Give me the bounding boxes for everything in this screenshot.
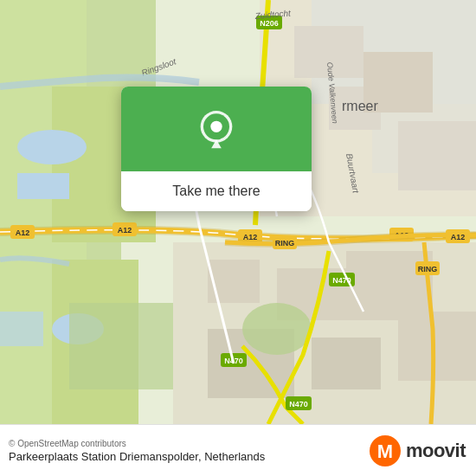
footer: © OpenStreetMap contributors Parkeerplaa… — [0, 424, 476, 476]
moovit-logo: M moovit — [370, 435, 466, 466]
svg-point-7 — [17, 130, 87, 164]
popup-header — [121, 87, 312, 171]
svg-text:RING: RING — [275, 239, 295, 248]
moovit-text: moovit — [406, 440, 466, 462]
svg-text:rmeer: rmeer — [342, 99, 378, 113]
svg-text:M: M — [377, 441, 393, 462]
map-container: A12 A12 A12 A12 RING A12 N206 N470 N470 … — [0, 0, 476, 424]
moovit-icon: M — [370, 435, 401, 466]
svg-rect-26 — [69, 303, 173, 389]
svg-text:N470: N470 — [289, 400, 308, 408]
location-name: Parkeerplaats Station Driemanspolder, Ne… — [9, 450, 265, 463]
osm-credit: © OpenStreetMap contributors — [9, 439, 265, 448]
svg-point-25 — [242, 303, 312, 355]
svg-rect-10 — [0, 312, 43, 346]
svg-rect-22 — [398, 312, 476, 381]
take-me-there-button[interactable]: Take me there — [121, 171, 312, 211]
footer-left: © OpenStreetMap contributors Parkeerplaa… — [9, 439, 265, 463]
svg-rect-24 — [312, 338, 381, 389]
svg-text:A12: A12 — [451, 233, 466, 241]
svg-text:A12: A12 — [118, 226, 132, 235]
svg-rect-17 — [398, 121, 476, 190]
location-pin-icon — [195, 111, 238, 154]
map-popup: Take me there — [121, 87, 312, 211]
svg-text:A12: A12 — [16, 228, 30, 237]
svg-text:N206: N206 — [260, 19, 279, 28]
svg-point-56 — [210, 121, 222, 132]
svg-rect-19 — [208, 260, 260, 303]
svg-rect-8 — [17, 173, 69, 199]
svg-text:RING: RING — [418, 265, 438, 273]
